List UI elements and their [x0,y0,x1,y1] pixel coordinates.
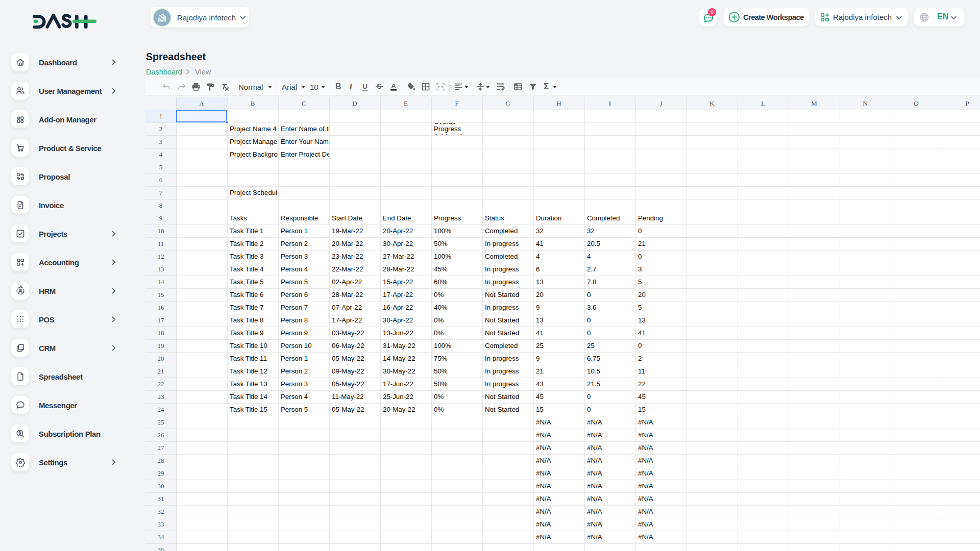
svg-text:Task Title 10: Task Title 10 [230,342,267,349]
svg-text:G: G [505,99,510,107]
svg-text:9: 9 [536,304,540,311]
svg-text:Task Title 3: Task Title 3 [230,253,264,260]
svg-text:06-May-22: 06-May-22 [332,342,364,349]
svg-text:32: 32 [587,227,595,235]
svg-text:0%: 0% [434,393,444,400]
svg-text:05-May-22: 05-May-22 [332,380,364,388]
svg-text:2: 2 [159,125,163,133]
svg-text:11: 11 [638,367,645,375]
svg-text:B: B [251,99,255,107]
svg-text:35: 35 [158,546,164,551]
svg-text:0%: 0% [434,316,444,324]
svg-text:43: 43 [536,380,544,388]
svg-text:Status: Status [485,214,504,222]
svg-text:75%: 75% [434,355,448,362]
svg-text:16-Apr-22: 16-Apr-22 [383,304,413,311]
svg-text:8: 8 [159,202,163,209]
svg-text:05-May-22: 05-May-22 [332,406,364,413]
svg-text:D: D [352,99,357,107]
svg-text:Completed: Completed [485,342,518,349]
svg-text:Tasks: Tasks [230,214,247,222]
svg-text:31: 31 [158,495,164,503]
svg-text:28: 28 [158,457,164,464]
svg-text:#N/A: #N/A [638,457,653,464]
svg-text:30-Apr-22: 30-Apr-22 [383,240,413,247]
svg-text:#N/A: #N/A [536,495,551,503]
svg-text:#N/A: #N/A [587,482,602,490]
svg-text:Task Title 14: Task Title 14 [230,393,267,400]
svg-text:16: 16 [158,304,165,311]
svg-text:3: 3 [638,265,642,273]
svg-text:A: A [391,82,396,90]
svg-text:Person 4: Person 4 [281,393,308,400]
svg-text:27-Mar-22: 27-Mar-22 [383,253,414,260]
svg-text:Person 6: Person 6 [281,291,308,298]
svg-text:17: 17 [158,316,165,324]
svg-text:In progress: In progress [485,367,519,375]
svg-text:15: 15 [638,406,646,413]
svg-text:Task Title 5: Task Title 5 [230,278,264,286]
svg-text:07-Apr-22: 07-Apr-22 [332,304,362,311]
svg-text:12: 12 [158,253,164,260]
svg-text:1: 1 [159,112,163,120]
svg-text:21.5: 21.5 [587,380,600,388]
svg-text:02-Apr-22: 02-Apr-22 [332,278,362,286]
svg-text:21: 21 [158,367,164,375]
svg-text:9: 9 [159,214,163,222]
svg-text:5: 5 [159,163,163,171]
svg-text:Pending: Pending [638,214,663,222]
svg-text:Task Title 6: Task Title 6 [230,291,264,298]
svg-text:25: 25 [536,342,544,349]
svg-text:0: 0 [587,393,591,400]
svg-text:Progress: Progress [434,214,461,222]
svg-text:0: 0 [587,329,591,337]
svg-text:#N/A: #N/A [638,469,653,477]
svg-text:50%: 50% [434,380,448,388]
svg-text:3.6: 3.6 [587,304,597,311]
svg-text:17-Apr-22: 17-Apr-22 [383,291,413,298]
svg-text:#N/A: #N/A [587,457,602,464]
svg-text:0: 0 [638,342,642,349]
svg-text:#N/A: #N/A [536,431,551,439]
svg-text:J: J [659,99,662,107]
svg-text:6: 6 [159,176,163,184]
svg-text:5: 5 [638,278,642,286]
svg-text:9: 9 [536,355,540,362]
svg-text:Not Started: Not Started [485,291,519,298]
svg-text:O: O [914,99,918,107]
svg-text:Person 9: Person 9 [281,329,308,337]
svg-text:50%: 50% [434,240,448,247]
svg-text:22: 22 [638,380,646,388]
svg-text:L: L [761,99,765,107]
svg-text:13: 13 [638,316,646,324]
svg-text:Not Started: Not Started [485,406,519,413]
svg-text:20: 20 [158,355,164,362]
svg-text:Completed: Completed [485,227,518,235]
svg-text:Person 5: Person 5 [281,278,308,286]
svg-text:22-Mar-22: 22-Mar-22 [332,265,363,273]
svg-text:Person 2: Person 2 [281,367,308,375]
svg-text:#N/A: #N/A [536,533,551,541]
svg-text:#N/A: #N/A [536,469,551,477]
svg-text:45%: 45% [434,265,448,273]
svg-text:U: U [362,82,368,90]
svg-text:29: 29 [158,469,164,477]
svg-text:#N/A: #N/A [638,444,653,452]
svg-text:23: 23 [158,393,164,400]
svg-text:21: 21 [536,367,544,375]
svg-text:2.7: 2.7 [587,265,597,273]
svg-text:In progress: In progress [485,355,519,362]
svg-text:Project Name 4: Project Name 4 [230,125,277,133]
svg-text:Duration: Duration [536,214,561,222]
svg-text:0: 0 [638,253,642,260]
svg-text:I: I [609,99,611,107]
svg-text:25: 25 [158,418,164,426]
svg-text:Person 1: Person 1 [281,355,308,362]
svg-text:20: 20 [536,291,544,298]
svg-text:11: 11 [158,240,164,247]
svg-text:Task Title 7: Task Title 7 [230,304,264,311]
svg-text:#N/A: #N/A [587,444,602,452]
svg-text:25-Jun-22: 25-Jun-22 [383,393,413,400]
svg-text:03-May-22: 03-May-22 [332,329,364,337]
svg-text:45: 45 [536,393,544,400]
